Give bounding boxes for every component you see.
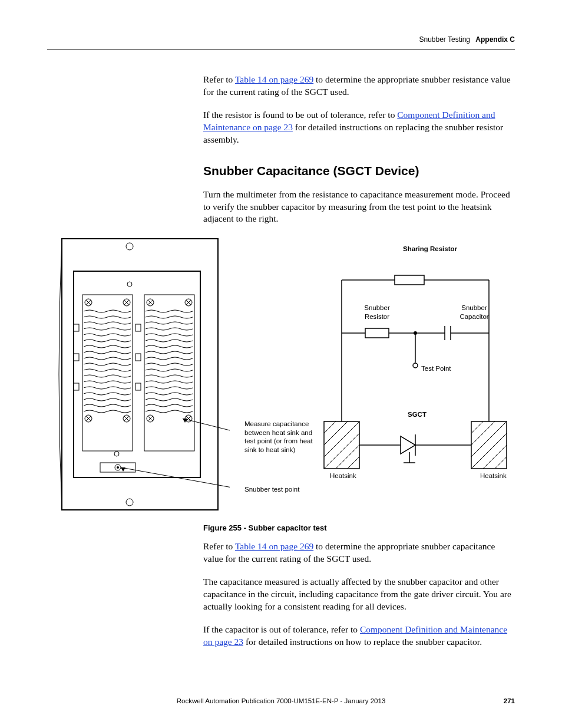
text: Refer to	[203, 541, 235, 551]
text: for detailed instructions on how to repl…	[243, 637, 482, 647]
figure-255: Measure capacitance between heat sink an…	[47, 236, 515, 513]
svg-marker-47	[401, 436, 415, 454]
label-snubber-resistor: Snubber Resistor	[359, 304, 395, 321]
svg-rect-30	[395, 275, 424, 285]
paragraph-2: If the resistor is found to be out of to…	[203, 109, 515, 146]
label-test-point: Test Point	[421, 364, 451, 373]
svg-point-24	[117, 466, 119, 469]
svg-rect-20	[135, 383, 141, 390]
header-section: Snubber Testing	[419, 35, 470, 44]
figure-caption: Figure 255 - Subber capacitor test	[203, 523, 515, 532]
svg-rect-54	[324, 421, 359, 469]
schematic-illustration	[318, 245, 513, 498]
svg-rect-15	[74, 324, 79, 331]
label-heatsink-left: Heatsink	[330, 472, 356, 480]
page-footer: Rockwell Automation Publication 7000-UM1…	[47, 697, 515, 704]
paragraph-4: Refer to Table 14 on page 269 to determi…	[203, 541, 515, 565]
publication-id: Rockwell Automation Publication 7000-UM1…	[47, 697, 515, 704]
label-sharing-resistor: Sharing Resistor	[401, 245, 459, 253]
heading-snubber-capacitance: Snubber Capacitance (SGCT Device)	[203, 164, 515, 178]
label-sgct: SGCT	[408, 410, 427, 419]
link-table-14-b[interactable]: Table 14 on page 269	[235, 541, 313, 551]
svg-point-43	[413, 363, 418, 368]
svg-rect-18	[135, 324, 141, 331]
page-number: 271	[504, 697, 515, 704]
device-illustration	[47, 236, 230, 513]
callout-snubber-test-point: Snubber test point	[244, 485, 299, 493]
link-table-14[interactable]: Table 14 on page 269	[235, 74, 313, 84]
svg-rect-17	[74, 383, 79, 390]
callout-measure-capacitance: Measure capacitance between heat sink an…	[244, 420, 315, 454]
paragraph-3: Turn the multimeter from the resistance …	[203, 189, 515, 226]
svg-rect-55	[471, 421, 507, 469]
text: Refer to	[203, 74, 235, 84]
text: If the capacitor is out of tolerance, re…	[203, 624, 360, 634]
paragraph-6: If the capacitor is out of tolerance, re…	[203, 624, 515, 648]
page: Snubber Testing Appendix C Refer to Tabl…	[0, 0, 562, 728]
label-snubber-capacitor: Snubber Capacitor	[454, 304, 495, 321]
body-column-lower: Figure 255 - Subber capacitor test Refer…	[203, 523, 515, 648]
svg-rect-16	[74, 354, 79, 361]
body-column: Refer to Table 14 on page 269 to determi…	[203, 74, 515, 225]
label-heatsink-right: Heatsink	[480, 472, 507, 480]
header-rule	[47, 50, 515, 50]
paragraph-1: Refer to Table 14 on page 269 to determi…	[203, 74, 515, 98]
svg-rect-35	[365, 328, 389, 338]
svg-rect-19	[135, 354, 141, 361]
paragraph-5: The capacitance measured is actually aff…	[203, 576, 515, 613]
text: If the resistor is found to be out of to…	[203, 110, 397, 120]
running-header: Snubber Testing Appendix C	[47, 35, 515, 44]
header-appendix: Appendix C	[475, 35, 515, 44]
